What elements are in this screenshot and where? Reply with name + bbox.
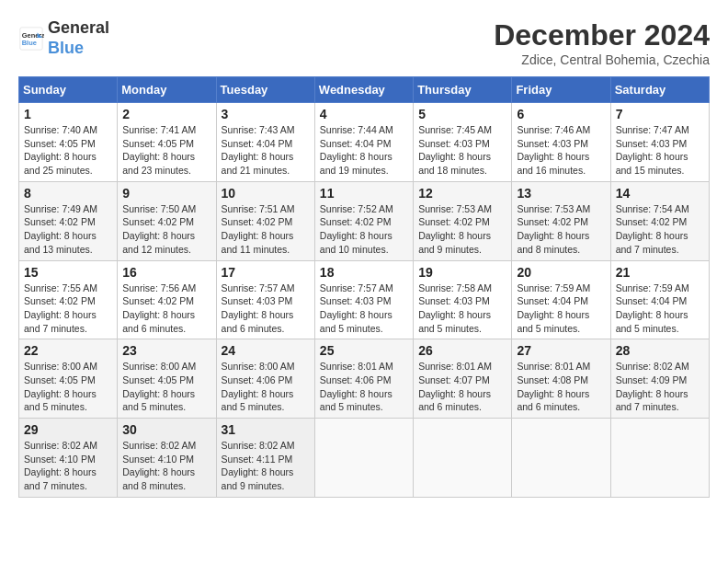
location: Zdice, Central Bohemia, Czechia: [494, 52, 710, 67]
day-detail: Sunrise: 7:57 AMSunset: 4:03 PMDaylight:…: [320, 282, 393, 334]
day-number: 28: [616, 343, 704, 358]
table-row: [314, 419, 413, 498]
table-row: 28 Sunrise: 8:02 AMSunset: 4:09 PMDaylig…: [610, 339, 709, 419]
day-detail: Sunrise: 7:51 AMSunset: 4:02 PMDaylight:…: [222, 203, 295, 255]
day-number: 30: [122, 422, 210, 437]
table-row: 24 Sunrise: 8:00 AMSunset: 4:06 PMDaylig…: [216, 339, 314, 419]
table-row: 2 Sunrise: 7:41 AMSunset: 4:05 PMDayligh…: [118, 103, 216, 182]
day-detail: Sunrise: 8:02 AMSunset: 4:10 PMDaylight:…: [24, 440, 97, 491]
day-detail: Sunrise: 7:58 AMSunset: 4:03 PMDaylight:…: [418, 282, 492, 334]
svg-text:Blue: Blue: [22, 39, 37, 47]
table-row: 13 Sunrise: 7:53 AMSunset: 4:02 PMDaylig…: [512, 181, 610, 260]
header-friday: Friday: [512, 77, 610, 103]
day-number: 8: [24, 186, 112, 201]
header-thursday: Thursday: [414, 77, 512, 103]
table-row: [610, 419, 709, 498]
day-detail: Sunrise: 7:53 AMSunset: 4:02 PMDaylight:…: [418, 203, 492, 255]
day-detail: Sunrise: 7:55 AMSunset: 4:02 PMDaylight:…: [24, 282, 97, 334]
table-row: 19 Sunrise: 7:58 AMSunset: 4:03 PMDaylig…: [414, 260, 512, 339]
header-saturday: Saturday: [610, 77, 709, 103]
day-detail: Sunrise: 7:43 AMSunset: 4:04 PMDaylight:…: [222, 124, 295, 176]
header-tuesday: Tuesday: [216, 77, 314, 103]
day-number: 12: [418, 186, 506, 201]
day-number: 16: [122, 265, 210, 280]
table-row: 23 Sunrise: 8:00 AMSunset: 4:05 PMDaylig…: [118, 339, 216, 419]
table-row: 26 Sunrise: 8:01 AMSunset: 4:07 PMDaylig…: [414, 339, 512, 419]
day-detail: Sunrise: 7:52 AMSunset: 4:02 PMDaylight:…: [320, 203, 393, 255]
table-row: 20 Sunrise: 7:59 AMSunset: 4:04 PMDaylig…: [512, 260, 610, 339]
day-number: 13: [517, 186, 605, 201]
day-detail: Sunrise: 7:46 AMSunset: 4:03 PMDaylight:…: [517, 124, 590, 176]
day-detail: Sunrise: 8:01 AMSunset: 4:06 PMDaylight:…: [320, 361, 393, 412]
day-detail: Sunrise: 7:54 AMSunset: 4:02 PMDaylight:…: [616, 203, 689, 255]
month-title: December 2024: [494, 18, 710, 52]
day-number: 22: [24, 343, 112, 358]
day-number: 11: [320, 186, 408, 201]
header-wednesday: Wednesday: [314, 77, 413, 103]
table-row: 21 Sunrise: 7:59 AMSunset: 4:04 PMDaylig…: [610, 260, 709, 339]
table-row: 3 Sunrise: 7:43 AMSunset: 4:04 PMDayligh…: [216, 103, 314, 182]
day-detail: Sunrise: 8:02 AMSunset: 4:10 PMDaylight:…: [122, 440, 196, 491]
table-row: 6 Sunrise: 7:46 AMSunset: 4:03 PMDayligh…: [512, 103, 610, 182]
calendar-week-1: 1 Sunrise: 7:40 AMSunset: 4:05 PMDayligh…: [19, 103, 710, 182]
day-detail: Sunrise: 7:41 AMSunset: 4:05 PMDaylight:…: [122, 124, 196, 176]
day-detail: Sunrise: 8:00 AMSunset: 4:05 PMDaylight:…: [122, 361, 196, 412]
table-row: [414, 419, 512, 498]
day-number: 17: [222, 265, 310, 280]
table-row: 18 Sunrise: 7:57 AMSunset: 4:03 PMDaylig…: [314, 260, 413, 339]
day-detail: Sunrise: 8:00 AMSunset: 4:05 PMDaylight:…: [24, 361, 97, 412]
day-number: 25: [320, 343, 408, 358]
day-detail: Sunrise: 7:44 AMSunset: 4:04 PMDaylight:…: [320, 124, 393, 176]
table-row: 29 Sunrise: 8:02 AMSunset: 4:10 PMDaylig…: [19, 419, 118, 498]
calendar-week-5: 29 Sunrise: 8:02 AMSunset: 4:10 PMDaylig…: [19, 419, 710, 498]
day-number: 18: [320, 265, 408, 280]
day-detail: Sunrise: 7:57 AMSunset: 4:03 PMDaylight:…: [222, 282, 295, 334]
day-detail: Sunrise: 7:50 AMSunset: 4:02 PMDaylight:…: [122, 203, 196, 255]
calendar-week-2: 8 Sunrise: 7:49 AMSunset: 4:02 PMDayligh…: [19, 181, 710, 260]
day-number: 3: [222, 107, 310, 121]
day-number: 31: [222, 422, 310, 437]
day-detail: Sunrise: 8:01 AMSunset: 4:08 PMDaylight:…: [517, 361, 590, 412]
day-number: 29: [24, 422, 112, 437]
day-number: 26: [418, 343, 506, 358]
table-row: 16 Sunrise: 7:56 AMSunset: 4:02 PMDaylig…: [118, 260, 216, 339]
header-sunday: Sunday: [19, 77, 118, 103]
day-number: 21: [616, 265, 704, 280]
table-row: 5 Sunrise: 7:45 AMSunset: 4:03 PMDayligh…: [414, 103, 512, 182]
day-number: 24: [222, 343, 310, 358]
header-monday: Monday: [118, 77, 216, 103]
day-detail: Sunrise: 8:01 AMSunset: 4:07 PMDaylight:…: [418, 361, 492, 412]
day-number: 15: [24, 265, 112, 280]
day-number: 27: [517, 343, 605, 358]
day-detail: Sunrise: 8:02 AMSunset: 4:09 PMDaylight:…: [616, 361, 689, 412]
day-detail: Sunrise: 7:40 AMSunset: 4:05 PMDaylight:…: [24, 124, 97, 176]
day-number: 4: [320, 107, 408, 121]
day-detail: Sunrise: 8:02 AMSunset: 4:11 PMDaylight:…: [222, 440, 295, 491]
day-number: 14: [616, 186, 704, 201]
day-number: 5: [418, 107, 506, 121]
day-detail: Sunrise: 8:00 AMSunset: 4:06 PMDaylight:…: [222, 361, 295, 412]
weekday-header-row: Sunday Monday Tuesday Wednesday Thursday…: [19, 77, 710, 103]
day-number: 10: [222, 186, 310, 201]
day-number: 6: [517, 107, 605, 121]
day-number: 1: [24, 107, 112, 121]
calendar-week-4: 22 Sunrise: 8:00 AMSunset: 4:05 PMDaylig…: [19, 339, 710, 419]
table-row: 11 Sunrise: 7:52 AMSunset: 4:02 PMDaylig…: [314, 181, 413, 260]
table-row: [512, 419, 610, 498]
table-row: 10 Sunrise: 7:51 AMSunset: 4:02 PMDaylig…: [216, 181, 314, 260]
table-row: 17 Sunrise: 7:57 AMSunset: 4:03 PMDaylig…: [216, 260, 314, 339]
table-row: 8 Sunrise: 7:49 AMSunset: 4:02 PMDayligh…: [19, 181, 118, 260]
day-detail: Sunrise: 7:47 AMSunset: 4:03 PMDaylight:…: [616, 124, 689, 176]
table-row: 30 Sunrise: 8:02 AMSunset: 4:10 PMDaylig…: [118, 419, 216, 498]
table-row: 1 Sunrise: 7:40 AMSunset: 4:05 PMDayligh…: [19, 103, 118, 182]
table-row: 7 Sunrise: 7:47 AMSunset: 4:03 PMDayligh…: [610, 103, 709, 182]
day-number: 19: [418, 265, 506, 280]
table-row: 4 Sunrise: 7:44 AMSunset: 4:04 PMDayligh…: [314, 103, 413, 182]
day-number: 23: [122, 343, 210, 358]
logo-text: General Blue: [48, 18, 109, 58]
calendar-table: Sunday Monday Tuesday Wednesday Thursday…: [18, 76, 710, 498]
day-number: 9: [122, 186, 210, 201]
day-detail: Sunrise: 7:53 AMSunset: 4:02 PMDaylight:…: [517, 203, 590, 255]
logo-icon: General Blue: [18, 26, 44, 52]
table-row: 9 Sunrise: 7:50 AMSunset: 4:02 PMDayligh…: [118, 181, 216, 260]
